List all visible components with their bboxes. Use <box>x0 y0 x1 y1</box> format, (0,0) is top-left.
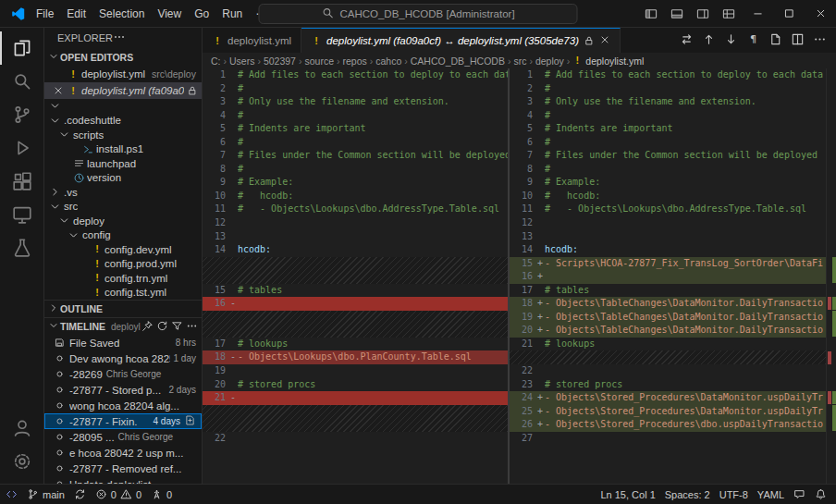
pin-timeline-button[interactable] <box>141 320 154 334</box>
tree-item-src[interactable]: src <box>44 200 202 215</box>
open-changes-button[interactable] <box>680 32 694 49</box>
diff-line[interactable]: 12 <box>203 216 508 230</box>
tree-item-root[interactable] <box>44 99 202 114</box>
breadcrumb-item[interactable]: 502397 <box>263 55 297 67</box>
tree-item-.codeshuttle[interactable]: .codeshuttle <box>44 114 202 129</box>
breadcrumb-item[interactable]: repos <box>341 55 367 67</box>
tree-item-config[interactable]: config <box>44 228 202 243</box>
diff-line[interactable]: 7# Files under the Common section will b… <box>203 149 508 163</box>
diff-line[interactable]: 2# <box>203 82 508 96</box>
tree-item-scripts[interactable]: scripts <box>44 128 202 142</box>
activity-source-control-button[interactable] <box>0 98 43 131</box>
diff-line[interactable]: 15+- Scripts\HCOA-27877_Fix_TransLog_Sor… <box>510 257 826 271</box>
remote-indicator-status[interactable] <box>6 485 18 504</box>
diff-line[interactable]: 19+- Objects\TableChanges\DataMonitor.Da… <box>510 311 826 325</box>
open-editor-item[interactable]: !deploylist.yml (fa09a0… <box>44 82 202 99</box>
diff-line[interactable]: 1# Add files to each section to deploy t… <box>203 68 508 82</box>
timeline-item[interactable]: wong hcoa 28204 alg... <box>44 398 202 413</box>
activity-manage-button[interactable] <box>0 445 43 478</box>
activity-explorer-button[interactable] <box>0 31 43 65</box>
menu-view[interactable]: View <box>151 4 188 24</box>
feedback-status[interactable] <box>793 485 805 504</box>
outline-header[interactable]: OUTLINE <box>44 300 202 317</box>
next-change-button[interactable] <box>724 32 738 49</box>
filter-timeline-button[interactable] <box>171 320 183 334</box>
tree-item-deploy[interactable]: deploy <box>44 214 202 228</box>
activity-extensions-button[interactable] <box>0 165 43 198</box>
ports-status[interactable]: 0 <box>151 485 172 504</box>
tree-item-config.trn.yml[interactable]: !config.trn.yml <box>44 271 202 286</box>
diff-line[interactable]: 22 <box>203 432 508 446</box>
git-branch-status[interactable]: main <box>27 485 65 504</box>
toggle-whitespace-button[interactable]: ¶ <box>746 32 760 49</box>
problems-status[interactable]: 00 <box>95 485 141 504</box>
tree-item-.vs[interactable]: .vs <box>44 185 202 200</box>
diff-line[interactable]: 6# <box>510 136 826 150</box>
timeline-item[interactable]: -27877 - Fixin.4 days <box>44 413 202 429</box>
diff-line[interactable]: 8# <box>203 163 508 177</box>
diff-line[interactable]: 21# lookups <box>510 338 826 351</box>
breadcrumb-file[interactable]: !deploylist.yml <box>572 55 644 67</box>
diff-line[interactable]: 15# tables <box>203 284 508 298</box>
overview-ruler[interactable] <box>826 68 836 484</box>
activity-search-button[interactable] <box>0 65 43 98</box>
activity-testing-button[interactable] <box>0 231 43 264</box>
tree-item-launchpad[interactable]: launchpad <box>44 156 202 171</box>
diff-line[interactable]: 17# lookups <box>203 338 508 351</box>
close-editor-slot[interactable] <box>52 85 65 96</box>
diff-line[interactable]: 10# hcodb: <box>203 190 508 203</box>
menu-go[interactable]: Go <box>188 4 215 24</box>
diff-line[interactable]: 13 <box>510 230 826 244</box>
previous-change-button[interactable] <box>702 32 716 49</box>
timeline-item[interactable]: Update deploylist ... <box>44 476 202 484</box>
timeline-item[interactable]: -27877 - Removed ref... <box>44 461 202 476</box>
diff-line[interactable]: 20# stored procs <box>203 378 508 392</box>
diff-line[interactable]: 21- <box>203 391 508 405</box>
timeline-item[interactable]: -27877 - Stored p...2 days <box>44 382 202 398</box>
timeline-item[interactable]: -28095 ...Chris George <box>44 429 202 445</box>
cursor-position-status[interactable]: Ln 15, Col 1 <box>600 485 655 504</box>
diff-line[interactable]: 16- <box>203 297 508 311</box>
diff-line[interactable]: 16+ <box>510 270 826 284</box>
menu-selection[interactable]: Selection <box>92 4 151 24</box>
tree-item-config.prod.yml[interactable]: !config.prod.yml <box>44 257 202 272</box>
diff-line[interactable]: 3# Only use the filename and extension. <box>510 95 826 109</box>
timeline-item[interactable]: File Saved8 hrs <box>44 335 202 350</box>
activity-remote-explorer-button[interactable] <box>0 198 43 231</box>
diff-line[interactable]: 10# hcodb: <box>510 190 826 203</box>
menu-file[interactable]: File <box>30 4 60 24</box>
notifications-status[interactable] <box>815 485 827 504</box>
editor-tab[interactable]: !deploylist.yml <box>203 28 301 53</box>
timeline-item[interactable]: e hcoa 28042 2 usp m... <box>44 445 202 461</box>
diff-line[interactable]: 9# Example: <box>510 176 826 190</box>
open-editors-header[interactable]: OPEN EDITORS <box>44 48 202 66</box>
diff-line[interactable]: 17# tables <box>510 284 826 298</box>
diff-line[interactable]: 2# <box>510 82 826 96</box>
customize-layout-button[interactable] <box>716 0 742 27</box>
diff-line[interactable]: 4# <box>510 109 826 123</box>
tree-item-config.tst.yml[interactable]: !config.tst.yml <box>44 286 202 301</box>
toggle-primary-sidebar-button[interactable] <box>638 0 664 27</box>
breadcrumb-item[interactable]: deploy <box>535 55 565 67</box>
diff-line[interactable]: 9# Example: <box>203 176 508 190</box>
diff-line[interactable]: 19 <box>203 364 508 378</box>
diff-line[interactable]: 7# Files under the Common section will b… <box>510 149 826 163</box>
menu-edit[interactable]: Edit <box>60 4 92 24</box>
diff-line[interactable]: 1# Add files to each section to deploy t… <box>510 68 826 82</box>
command-center[interactable]: CAHCO_DB_HCODB [Administrator] <box>259 4 578 24</box>
timeline-item[interactable]: Dev awong hcoa 28251 ...1 day <box>44 350 202 366</box>
close-tab-button[interactable] <box>599 34 610 47</box>
close-window-button[interactable] <box>805 0 836 27</box>
breadcrumb-item[interactable]: Users <box>228 55 255 67</box>
diff-line[interactable]: 11# - Objects\Lookups\dbo.AddressType.Ta… <box>203 203 508 216</box>
open-file-button[interactable] <box>768 32 782 49</box>
diff-line[interactable]: 5# Indents are important <box>203 122 508 136</box>
diff-line[interactable]: 23# stored procs <box>510 378 826 392</box>
diff-line[interactable]: 5# Indents are important <box>510 122 826 136</box>
diff-line[interactable]: 20+- Objects\TableChanges\DataMonitor.Da… <box>510 324 826 338</box>
activity-run-and-debug-button[interactable] <box>0 131 43 165</box>
timeline-item[interactable]: -28269Chris George <box>44 366 202 382</box>
breadcrumb-item[interactable]: source <box>303 55 335 67</box>
breadcrumb-item[interactable]: cahco <box>375 55 402 67</box>
diff-original-pane[interactable]: 1# Add files to each section to deploy t… <box>203 68 508 484</box>
